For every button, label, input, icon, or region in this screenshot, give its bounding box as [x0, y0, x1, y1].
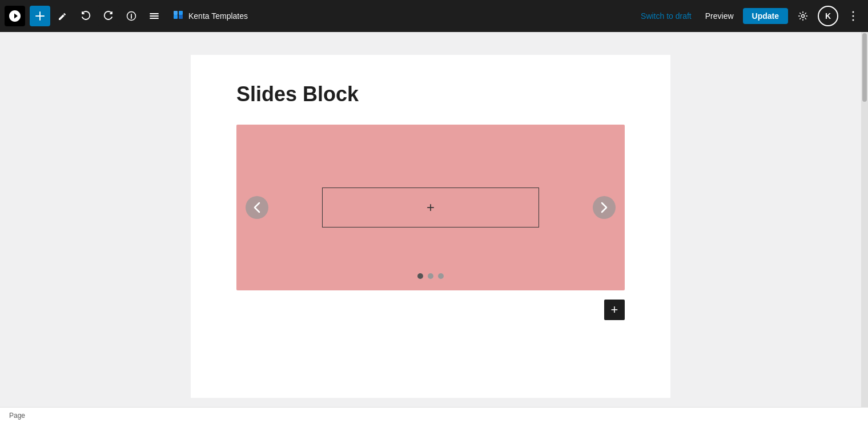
- slider-dot-2[interactable]: [428, 273, 433, 279]
- chevron-right-icon: [601, 202, 608, 213]
- more-options-button[interactable]: [843, 6, 863, 26]
- add-block-outer-button[interactable]: +: [604, 300, 625, 320]
- gear-icon: [798, 11, 808, 21]
- slider-next-button[interactable]: [593, 196, 616, 219]
- scrollbar[interactable]: [861, 32, 868, 407]
- page-content: Slides Block +: [191, 55, 670, 398]
- plus-icon: [35, 11, 45, 21]
- slider-dot-3[interactable]: [438, 273, 444, 279]
- wp-logo-icon: [8, 9, 22, 23]
- svg-rect-9: [179, 11, 183, 15]
- slider-dots: [417, 273, 444, 279]
- add-block-inner-label[interactable]: +: [427, 199, 435, 216]
- svg-rect-7: [179, 15, 183, 19]
- toolbar-left: Kenta Templates: [5, 6, 248, 26]
- svg-point-10: [802, 15, 805, 18]
- switch-to-draft-button[interactable]: Switch to draft: [636, 9, 696, 23]
- list-view-button[interactable]: [144, 6, 164, 26]
- add-block-toolbar-button[interactable]: [30, 6, 50, 26]
- update-button[interactable]: Update: [743, 8, 788, 24]
- kenta-icon: [171, 9, 185, 23]
- slider-dot-1[interactable]: [417, 273, 423, 279]
- wp-logo: [5, 6, 25, 26]
- preview-button[interactable]: Preview: [701, 9, 738, 23]
- pencil-icon: [58, 11, 68, 21]
- svg-rect-8: [174, 11, 178, 15]
- more-options-icon: [852, 11, 854, 21]
- svg-rect-6: [174, 15, 178, 19]
- edit-button[interactable]: [53, 6, 73, 26]
- plugin-label: Kenta Templates: [171, 9, 248, 23]
- toolbar: Kenta Templates Switch to draft Preview …: [0, 0, 868, 32]
- slider-prev-button[interactable]: [246, 196, 268, 219]
- redo-button[interactable]: [98, 6, 119, 26]
- plugin-name: Kenta Templates: [188, 11, 248, 21]
- toolbar-right: Switch to draft Preview Update K: [636, 6, 863, 26]
- svg-point-12: [853, 15, 854, 17]
- slide-content-area[interactable]: +: [322, 187, 539, 228]
- slider-block: +: [236, 125, 625, 290]
- bottom-bar: Page: [0, 407, 868, 423]
- list-icon: [149, 11, 159, 21]
- info-icon: [126, 11, 136, 21]
- page-title: Slides Block: [236, 82, 625, 106]
- svg-point-13: [853, 19, 854, 21]
- scrollbar-thumb: [862, 33, 867, 102]
- user-avatar-button[interactable]: K: [818, 6, 838, 26]
- editor-area: Slides Block +: [0, 32, 868, 407]
- editor-canvas: Slides Block +: [0, 32, 861, 407]
- add-block-outer: +: [236, 300, 625, 320]
- settings-button[interactable]: [793, 6, 813, 26]
- page-type-label: Page: [9, 412, 25, 420]
- redo-icon: [103, 11, 114, 21]
- svg-point-11: [853, 11, 854, 13]
- chevron-left-icon: [254, 202, 260, 213]
- undo-button[interactable]: [75, 6, 96, 26]
- undo-icon: [81, 11, 91, 21]
- info-button[interactable]: [121, 6, 142, 26]
